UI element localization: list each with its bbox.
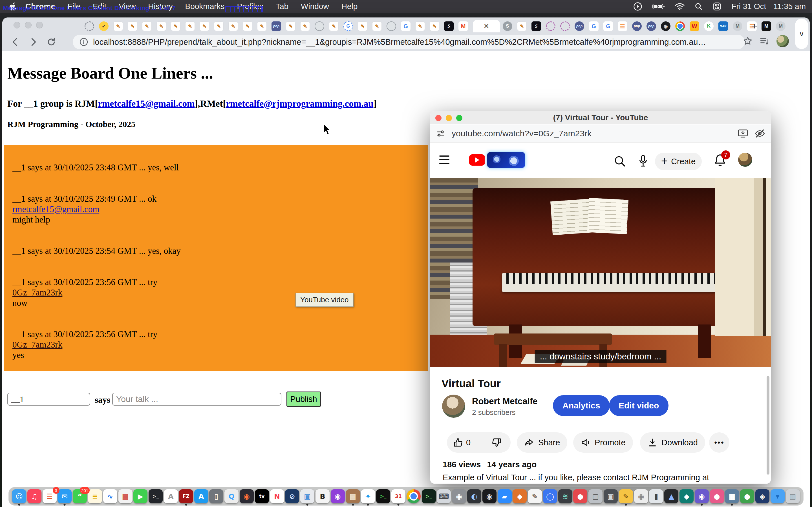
wifi-icon[interactable] [675, 3, 684, 10]
dock-light-gray-app[interactable]: ▢ [589, 489, 603, 503]
tab-favicon-rjm[interactable]: ✎ [415, 21, 425, 31]
dock-notes[interactable]: ≡ [88, 489, 102, 503]
menu-help[interactable]: Help [335, 2, 364, 11]
dock-music[interactable]: ♫ [28, 489, 42, 503]
dock-green-app[interactable]: ● [740, 489, 754, 503]
tab-favicon-cam[interactable]: ◉ [661, 21, 670, 31]
dock-slate-app[interactable]: ▣ [604, 489, 618, 503]
tab-favicon-globe[interactable] [387, 21, 396, 31]
dock-teal-app[interactable]: ◆ [679, 489, 694, 503]
dock-mouse-app[interactable]: ▮ [649, 489, 663, 503]
dock-chrome[interactable] [407, 489, 421, 503]
dock-reminders[interactable]: ☰3 [43, 489, 57, 503]
dock-utility-brown[interactable]: ▤ [346, 489, 360, 503]
dock-orange-app[interactable]: ◆ [513, 489, 527, 503]
popup-zoom-button[interactable] [456, 115, 462, 121]
youtube-logo-icon[interactable] [469, 154, 485, 166]
create-button[interactable]: + Create [655, 153, 702, 170]
notifications-bell-icon[interactable]: 7 [713, 153, 727, 168]
close-tab-icon[interactable]: ✕ [484, 22, 489, 30]
tab-favicon-rjm[interactable]: ✎ [113, 21, 123, 31]
publish-button[interactable]: Publish [287, 392, 321, 407]
dock-camera[interactable]: ◉ [483, 489, 497, 503]
tab-favicon-sblack[interactable]: S [444, 21, 454, 31]
tab-favicon-mblack[interactable]: M [762, 21, 771, 31]
video-player[interactable]: ... downstairs study/bedroom ... [430, 178, 771, 367]
tab-favicon-sap[interactable]: SAP [718, 21, 728, 31]
spotlight-search-icon[interactable] [695, 3, 703, 10]
profile-avatar[interactable] [776, 35, 789, 47]
dock-white-cam-app[interactable]: ◉ [634, 489, 648, 503]
dock-safari[interactable]: ✦ [361, 489, 375, 503]
dock-dark-tri-app[interactable]: ▲ [664, 489, 678, 503]
tab-favicon-gdot[interactable]: G [343, 21, 353, 31]
tab-favicon-php[interactable]: php [271, 21, 281, 31]
analytics-button[interactable]: Analytics [553, 395, 610, 416]
dock-zoom[interactable]: ▰ [498, 489, 512, 503]
tab-favicon-rjm[interactable]: ✎ [257, 21, 267, 31]
dock-navy-app[interactable]: ◈ [755, 489, 769, 503]
dislike-button[interactable] [485, 432, 508, 453]
tab-favicon-rjm[interactable]: ✎ [128, 21, 137, 31]
youtube-wordmark[interactable] [487, 152, 525, 168]
tab-favicon-clock[interactable]: ✓ [99, 21, 109, 31]
rjm-email-link[interactable]: rmetcalfe@rjmprogramming.com.au [226, 99, 373, 109]
install-icon[interactable] [738, 129, 748, 138]
tab-favicon-mammoth[interactable]: M [733, 21, 742, 31]
gmail-link[interactable]: rmetcalfe15@gmail.com [98, 99, 195, 109]
reload-icon[interactable] [46, 37, 56, 47]
popup-minimize-button[interactable] [446, 115, 452, 121]
tab-favicon-rainbow[interactable] [546, 21, 555, 31]
dock-steel-app[interactable]: ▦ [725, 489, 739, 503]
hamburger-icon[interactable] [439, 156, 449, 164]
talk-input[interactable] [112, 393, 282, 406]
tab-favicon-google[interactable]: G [589, 21, 599, 31]
tab-favicon-mammoth[interactable]: M [776, 21, 785, 31]
promote-button[interactable]: Promote [573, 432, 633, 453]
zoom-window-button[interactable] [36, 22, 43, 29]
menu-bookmarks[interactable]: Bookmarks [179, 2, 231, 11]
dock-filezilla[interactable]: FZ [179, 489, 193, 503]
message-link[interactable]: 0Gz_7am23rk [12, 340, 62, 349]
tab-favicon-rainbow[interactable] [560, 21, 570, 31]
address-bar[interactable]: localhost:8888/PHP/prepend/talk_about_it… [73, 35, 745, 49]
tune-icon[interactable] [436, 129, 446, 138]
dock-messages[interactable]: “201 [73, 489, 87, 503]
dock-trash[interactable]: ▥ [786, 489, 800, 503]
dock-pink-app[interactable]: ● [710, 489, 724, 503]
tab-favicon-stack[interactable]: ☰ [618, 21, 627, 31]
dock-purple-app[interactable]: ◉ [695, 489, 709, 503]
dock-shield[interactable]: ⊘ [285, 489, 299, 503]
battery-icon[interactable] [652, 3, 665, 10]
tab-search-button[interactable]: ∨ [795, 18, 808, 49]
minimize-window-button[interactable] [25, 22, 32, 29]
tab-favicon-phpc[interactable]: php [632, 21, 642, 31]
dock-graph[interactable]: ∿ [103, 489, 117, 503]
back-icon[interactable] [10, 37, 20, 47]
dock-podcasts[interactable]: ◉ [331, 489, 345, 503]
tab-favicon-westpac[interactable]: W [690, 21, 699, 31]
message-link[interactable]: rmetcalfe15@gmail.com [12, 204, 99, 214]
like-button[interactable]: 0 [447, 432, 477, 453]
tab-favicon-rjm[interactable]: ✎ [243, 21, 252, 31]
dock-apple-tv[interactable]: tv [255, 489, 269, 503]
dock-finder[interactable]: ☺ [12, 489, 26, 503]
dock-facetime[interactable]: ▶ [133, 489, 147, 503]
dock-dark-wave-app[interactable]: ≋ [558, 489, 572, 503]
dock-gray-app[interactable]: ◉ [452, 489, 466, 503]
menubar-date[interactable]: Fri 31 Oct [731, 2, 766, 11]
site-info-icon[interactable] [79, 37, 89, 47]
download-button[interactable]: Download [640, 432, 705, 453]
dock-calendar[interactable]: 31 [391, 489, 405, 503]
tab-favicon-rjm[interactable]: ✎ [329, 21, 339, 31]
dock-dark-blue-app[interactable]: ◐ [467, 489, 481, 503]
popup-scrollbar[interactable] [767, 376, 769, 474]
dock-quicktime[interactable]: Q [224, 489, 239, 503]
tab-favicon-rjm[interactable]: ✎ [142, 21, 152, 31]
tab-favicon-rjm[interactable]: ✎ [171, 21, 181, 31]
dock-app-store[interactable]: A [194, 489, 208, 503]
popup-window-controls[interactable] [435, 115, 462, 121]
popup-close-button[interactable] [435, 115, 442, 121]
dock-mail[interactable]: ✉ [57, 489, 71, 503]
menubar-time[interactable]: 11:35 am [773, 2, 806, 11]
